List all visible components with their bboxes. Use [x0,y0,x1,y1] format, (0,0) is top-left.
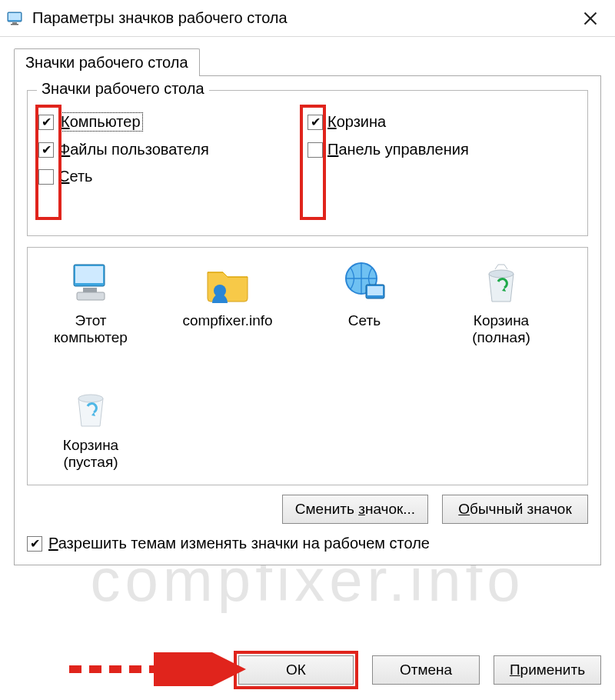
title-bar: Параметры значков рабочего стола [0,0,615,37]
apply-button[interactable]: Применить [494,655,601,685]
check-controlpanel-label: Панель управления [327,141,469,158]
check-recyclebin[interactable]: Корзина [308,112,577,132]
check-network-label: Сеть [58,168,93,185]
icon-recycle-empty[interactable]: Корзина (пустая) [37,383,145,471]
icon-recycle-full[interactable]: Корзина (полная) [447,258,555,346]
cancel-button[interactable]: Отмена [372,655,480,685]
annotation-highlight-ok: ОК [234,651,358,689]
icon-network[interactable]: Сеть [311,258,418,346]
recycle-bin-full-icon [477,258,526,308]
close-icon [583,11,598,26]
check-userfiles-label: Файлы пользователя [58,141,209,158]
default-icon-button[interactable]: Обычный значок [442,495,588,524]
icon-label: compfixer.info [182,312,272,329]
change-icon-button[interactable]: Сменить значок... [282,495,428,524]
dialog-body: Значки рабочего стола Значки рабочего ст… [0,37,615,637]
group-desktop-icons: Значки рабочего стола Компьютер Корзина [27,90,588,236]
tab-desktop-icons[interactable]: Значки рабочего стола [14,48,200,76]
svg-point-14 [489,270,514,278]
icon-user-folder[interactable]: compfixer.info [174,258,281,346]
svg-rect-13 [367,286,383,295]
check-computer-label: Компьютер [58,112,143,132]
checkbox-icon [38,142,54,158]
checkbox-icon [27,536,42,552]
icon-buttons-row: Сменить значок... Обычный значок [27,495,588,524]
svg-rect-7 [75,266,103,283]
icon-label: Корзина (пустая) [37,437,145,471]
computer-icon [66,258,115,308]
icon-this-computer[interactable]: Этот компьютер [37,258,145,346]
tab-panel: Значки рабочего стола Компьютер Корзина [14,75,601,565]
icon-preview-box: Этот компьютер compfixer.info [27,247,588,485]
check-recyclebin-label: Корзина [327,113,386,131]
svg-point-15 [78,395,103,402]
check-controlpanel[interactable]: Панель управления [308,141,577,158]
annotation-arrow-ok [62,652,246,686]
svg-rect-9 [77,292,105,300]
checkbox-icon [308,142,323,158]
checkbox-icon [38,169,54,185]
tab-strip: Значки рабочего стола [14,48,601,76]
recycle-bin-empty-icon [66,383,115,432]
app-icon [6,9,25,28]
icon-label: Этот компьютер [37,312,145,346]
check-computer[interactable]: Компьютер [38,112,300,132]
allow-themes-row[interactable]: Разрешить темам изменять значки на рабоч… [27,535,588,552]
close-button[interactable] [572,0,609,37]
network-globe-icon [340,258,389,308]
window-title: Параметры значков рабочего стола [32,9,572,27]
group-legend: Значки рабочего стола [37,80,209,98]
svg-rect-2 [12,22,17,24]
svg-rect-8 [83,288,97,292]
allow-themes-label: Разрешить темам изменять значки на рабоч… [48,535,430,552]
svg-rect-1 [8,13,21,20]
icon-label: Сеть [348,312,381,329]
ok-button[interactable]: ОК [238,655,354,685]
check-userfiles[interactable]: Файлы пользователя [38,141,300,158]
checkbox-icon [308,115,323,130]
user-folder-icon [203,258,252,308]
check-network[interactable]: Сеть [38,168,300,185]
svg-rect-3 [11,24,18,25]
dialog-footer: ОК Отмена Применить [234,651,601,689]
checkbox-icon [38,115,54,130]
icon-label: Корзина (полная) [447,312,555,346]
